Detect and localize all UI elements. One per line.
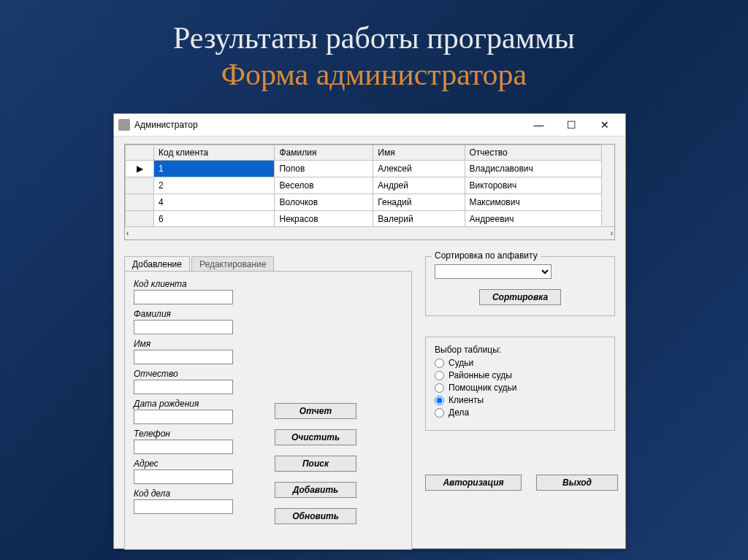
- table-select-group: Выбор таблицы: Судьи Районные суды Помощ…: [425, 337, 615, 431]
- table-row[interactable]: 2 Веселов Андрей Викторович: [126, 177, 614, 194]
- sort-group: Сортировка по алфавиту Сортировка: [425, 256, 615, 316]
- slide-title-line1: Результаты работы программы: [0, 20, 748, 55]
- table-select-title: Выбор таблицы:: [435, 345, 606, 355]
- label-case: Код дела: [134, 488, 402, 499]
- sort-combo[interactable]: [435, 264, 552, 279]
- clients-datagrid[interactable]: Код клиента Фамилия Имя Отчество ▶ 1 Поп…: [124, 144, 615, 240]
- table-row[interactable]: 6 Некрасов Валерий Андреевич: [126, 211, 614, 228]
- search-button[interactable]: Поиск: [275, 456, 356, 472]
- tab-add[interactable]: Добавление: [124, 256, 190, 272]
- input-firstname[interactable]: [134, 350, 233, 364]
- label-address: Адрес: [134, 459, 402, 469]
- radio-district-courts[interactable]: [435, 371, 444, 380]
- label-firstname: Имя: [134, 339, 402, 349]
- col-lastname[interactable]: Фамилия: [275, 145, 373, 161]
- tab-edit[interactable]: Редактирование: [191, 256, 274, 272]
- label-midname: Отчество: [134, 369, 402, 379]
- admin-window: Администратор — ☐ ✕ Код клиента Фамилия …: [113, 113, 626, 549]
- maximize-button[interactable]: ☐: [555, 114, 588, 136]
- close-button[interactable]: ✕: [588, 114, 621, 136]
- col-code[interactable]: Код клиента: [154, 145, 275, 161]
- grid-vertical-scrollbar[interactable]: [601, 145, 614, 227]
- input-address[interactable]: [134, 469, 233, 484]
- label-phone: Телефон: [134, 429, 402, 439]
- window-title: Администратор: [134, 120, 198, 130]
- input-case[interactable]: [134, 499, 233, 514]
- exit-button[interactable]: Выход: [536, 475, 618, 491]
- window-icon: [118, 119, 130, 131]
- input-code[interactable]: [134, 290, 233, 304]
- add-tab-pane: Код клиента Фамилия Имя Отчество Дата ро…: [124, 271, 412, 550]
- auth-button[interactable]: Авторизация: [425, 475, 522, 491]
- radio-clients[interactable]: [435, 396, 444, 405]
- input-phone[interactable]: [134, 440, 233, 454]
- input-dob[interactable]: [134, 410, 233, 424]
- table-row[interactable]: ▶ 1 Попов Алексей Владиславович: [126, 161, 614, 177]
- input-midname[interactable]: [134, 380, 233, 394]
- col-firstname[interactable]: Имя: [373, 145, 465, 161]
- input-lastname[interactable]: [134, 320, 233, 334]
- radio-cases[interactable]: [435, 408, 444, 418]
- table-row[interactable]: 4 Волочков Генадий Максимович: [126, 194, 614, 211]
- report-button[interactable]: Отчет: [275, 403, 356, 419]
- add-button[interactable]: Добавить: [275, 482, 356, 498]
- slide-title: Результаты работы программы Форма админи…: [0, 0, 748, 92]
- window-titlebar: Администратор — ☐ ✕: [114, 114, 625, 137]
- clear-button[interactable]: Очистить: [275, 429, 356, 445]
- col-midname[interactable]: Отчество: [465, 145, 614, 161]
- update-button[interactable]: Обновить: [275, 508, 356, 524]
- grid-horizontal-scrollbar[interactable]: ‹›: [125, 226, 614, 239]
- sort-button[interactable]: Сортировка: [479, 289, 561, 305]
- sort-group-title: Сортировка по алфавиту: [432, 250, 541, 261]
- label-code: Код клиента: [134, 279, 402, 289]
- slide-title-line2: Форма администратора: [0, 57, 748, 92]
- radio-judge-assistant[interactable]: [435, 383, 444, 393]
- label-lastname: Фамилия: [134, 309, 402, 319]
- label-dob: Дата рождения: [134, 399, 402, 409]
- radio-judges[interactable]: [435, 358, 444, 368]
- minimize-button[interactable]: —: [522, 114, 555, 136]
